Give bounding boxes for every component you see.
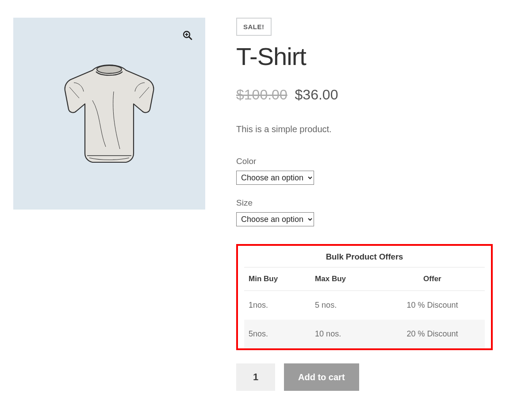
color-select[interactable]: Choose an option [236, 171, 314, 185]
bulk-offers-box: Bulk Product Offers Min Buy Max Buy Offe… [236, 244, 493, 350]
add-to-cart-button[interactable]: Add to cart [284, 363, 359, 391]
table-row: 5nos. 10 nos. 20 % Discount [244, 320, 485, 348]
product-title: T-Shirt [236, 42, 493, 71]
table-row: 1nos. 5 nos. 10 % Discount [244, 291, 485, 320]
col-offer: Offer [380, 267, 485, 291]
product-summary: SALE! T-Shirt $100.00 $36.00 This is a s… [236, 18, 493, 391]
product-image-tshirt [43, 47, 176, 180]
size-select[interactable]: Choose an option [236, 212, 314, 226]
svg-point-0 [97, 65, 122, 73]
color-label: Color [236, 157, 493, 166]
variation-size: Size Choose an option [236, 198, 493, 226]
product-image-gallery[interactable] [13, 18, 205, 210]
svg-line-2 [189, 37, 192, 39]
zoom-button[interactable] [180, 28, 195, 42]
size-label: Size [236, 198, 493, 208]
col-max-buy: Max Buy [310, 267, 380, 291]
variation-color: Color Choose an option [236, 157, 493, 185]
col-min-buy: Min Buy [244, 267, 310, 291]
sale-badge: SALE! [236, 18, 272, 36]
magnify-plus-icon [182, 30, 193, 41]
cart-actions: Add to cart [236, 363, 493, 391]
original-price: $100.00 [236, 87, 288, 103]
quantity-input[interactable] [236, 363, 275, 391]
bulk-offers-title: Bulk Product Offers [244, 249, 485, 267]
product-price: $100.00 $36.00 [236, 87, 493, 103]
bulk-offers-table: Min Buy Max Buy Offer 1nos. 5 nos. 10 % … [244, 267, 485, 348]
product-description: This is a simple product. [236, 124, 493, 134]
sale-price: $36.00 [295, 87, 338, 103]
